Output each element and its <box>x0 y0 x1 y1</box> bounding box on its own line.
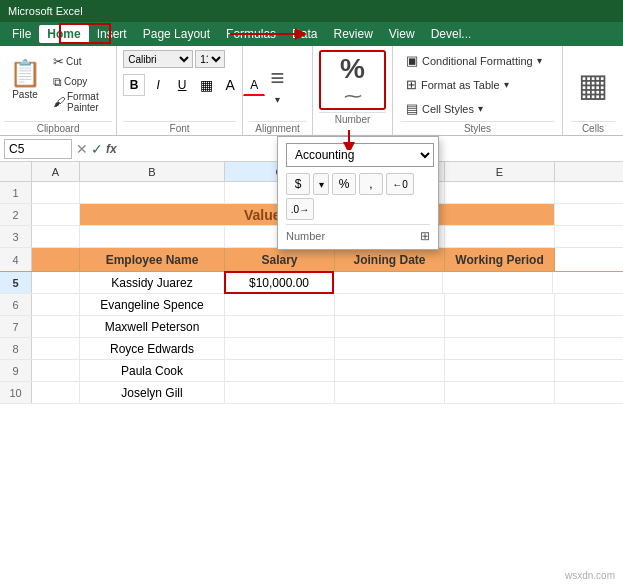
cell-d9[interactable] <box>335 360 445 381</box>
menu-item-data[interactable]: Data <box>284 25 325 43</box>
copy-button[interactable]: ⧉Copy <box>48 72 112 91</box>
cell-c9[interactable] <box>225 360 335 381</box>
cell-e5[interactable] <box>443 272 553 293</box>
menu-item-view[interactable]: View <box>381 25 423 43</box>
col-header-a: A <box>32 162 80 181</box>
paste-button[interactable]: 📋 Paste <box>4 50 46 108</box>
cell-e7[interactable] <box>445 316 555 337</box>
cell-a3[interactable] <box>32 226 80 247</box>
font-size-select[interactable]: 11 <box>195 50 225 68</box>
cell-c8[interactable] <box>225 338 335 359</box>
number-format-buttons: $ ▾ % , ←0 .0→ <box>286 173 430 220</box>
row-number: 3 <box>0 226 32 247</box>
number-group: % ⁓ Number <box>313 46 393 135</box>
cell-b8[interactable]: Royce Edwards <box>80 338 225 359</box>
cell-c6[interactable] <box>225 294 335 315</box>
number-group-label-popup: Number <box>286 230 325 242</box>
col-header-e: E <box>445 162 555 181</box>
cell-a8[interactable] <box>32 338 80 359</box>
col-header-b: B <box>80 162 225 181</box>
conditional-formatting-button[interactable]: ▣ Conditional Formatting ▾ <box>401 50 554 71</box>
cell-c10[interactable] <box>225 382 335 403</box>
cell-e8[interactable] <box>445 338 555 359</box>
cell-e3[interactable] <box>445 226 555 247</box>
alignment-group: ≡ ▾ Alignment <box>243 46 313 135</box>
cell-d8[interactable] <box>335 338 445 359</box>
menu-bar: File Home Insert Page Layout Formulas Da… <box>0 22 623 46</box>
styles-group-label: Styles <box>401 121 554 135</box>
formula-function-icon[interactable]: fx <box>106 142 117 156</box>
cell-e10[interactable] <box>445 382 555 403</box>
cell-a1[interactable] <box>32 182 80 203</box>
row-number: 1 <box>0 182 32 203</box>
cell-a2[interactable] <box>32 204 80 225</box>
bold-button[interactable]: B <box>123 74 145 96</box>
menu-item-insert[interactable]: Insert <box>89 25 135 43</box>
row-number: 6 <box>0 294 32 315</box>
fill-color-button[interactable]: A <box>219 74 241 96</box>
cell-a9[interactable] <box>32 360 80 381</box>
dropdown-arrow-btn[interactable]: ▾ <box>313 173 329 195</box>
cell-reference-box[interactable]: C5 <box>4 139 72 159</box>
ribbon: 📋 Paste ✂Cut ⧉Copy 🖌Format Painter Clipb… <box>0 46 623 136</box>
formula-cancel-icon[interactable]: ✕ <box>76 141 88 157</box>
menu-item-review[interactable]: Review <box>325 25 380 43</box>
clipboard-group-label: Clipboard <box>4 121 112 135</box>
menu-item-formulas[interactable]: Formulas <box>218 25 284 43</box>
cell-b7[interactable]: Maxwell Peterson <box>80 316 225 337</box>
row-number: 8 <box>0 338 32 359</box>
cell-d10[interactable] <box>335 382 445 403</box>
number-format-select[interactable]: GeneralNumberCurrencyAccountingShort Dat… <box>286 143 434 167</box>
cell-e9[interactable] <box>445 360 555 381</box>
cell-a5[interactable] <box>32 272 80 293</box>
menu-item-home[interactable]: Home <box>39 25 88 43</box>
border-button[interactable]: ▦ <box>195 74 217 96</box>
cell-b10[interactable]: Joselyn Gill <box>80 382 225 403</box>
italic-button[interactable]: I <box>147 74 169 96</box>
cell-e1[interactable] <box>445 182 555 203</box>
cell-b3[interactable] <box>80 226 225 247</box>
clipboard-group: 📋 Paste ✂Cut ⧉Copy 🖌Format Painter Clipb… <box>0 46 117 135</box>
row-number: 7 <box>0 316 32 337</box>
table-row: 4 Employee Name Salary Joining Date Work… <box>0 248 623 272</box>
table-row: 6 Evangeline Spence <box>0 294 623 316</box>
cell-b5[interactable]: Kassidy Juarez <box>80 272 225 293</box>
formula-confirm-icon[interactable]: ✓ <box>91 141 103 157</box>
cell-b9[interactable]: Paula Cook <box>80 360 225 381</box>
cell-a6[interactable] <box>32 294 80 315</box>
cut-button[interactable]: ✂Cut <box>48 52 112 71</box>
font-name-select[interactable]: Calibri <box>123 50 193 68</box>
cell-d7[interactable] <box>335 316 445 337</box>
table-header-joining: Joining Date <box>335 248 445 271</box>
cell-a10[interactable] <box>32 382 80 403</box>
watermark: wsxdn.com <box>565 570 615 581</box>
alignment-group-label: Alignment <box>249 121 306 135</box>
increase-decimal-button[interactable]: .0→ <box>286 198 314 220</box>
cell-b6[interactable]: Evangeline Spence <box>80 294 225 315</box>
number-format-dropdown: GeneralNumberCurrencyAccountingShort Dat… <box>277 136 439 250</box>
cell-c5-active[interactable]: $10,000.00 <box>224 271 334 294</box>
cell-a7[interactable] <box>32 316 80 337</box>
dollar-button[interactable]: $ <box>286 173 310 195</box>
menu-item-page-layout[interactable]: Page Layout <box>135 25 218 43</box>
cell-d5[interactable] <box>333 272 443 293</box>
cell-b1[interactable] <box>80 182 225 203</box>
percent-button[interactable]: % <box>332 173 356 195</box>
comma-button[interactable]: , <box>359 173 383 195</box>
menu-item-devel[interactable]: Devel... <box>423 25 480 43</box>
format-as-table-button[interactable]: ⊞ Format as Table ▾ <box>401 74 554 95</box>
row-number: 2 <box>0 204 32 225</box>
menu-item-file[interactable]: File <box>4 25 39 43</box>
row-number: 4 <box>0 248 32 271</box>
cell-e6[interactable] <box>445 294 555 315</box>
number-group-label: Number <box>319 112 386 126</box>
cell-a4[interactable] <box>32 248 80 271</box>
cell-styles-button[interactable]: ▤ Cell Styles ▾ <box>401 98 554 119</box>
cell-c7[interactable] <box>225 316 335 337</box>
title-bar: Microsoft Excel <box>0 0 623 22</box>
decrease-decimal-button[interactable]: ←0 <box>386 173 414 195</box>
cell-d6[interactable] <box>335 294 445 315</box>
format-painter-button[interactable]: 🖌Format Painter <box>48 92 112 111</box>
underline-button[interactable]: U <box>171 74 193 96</box>
expand-number-icon[interactable]: ⊞ <box>420 229 430 243</box>
